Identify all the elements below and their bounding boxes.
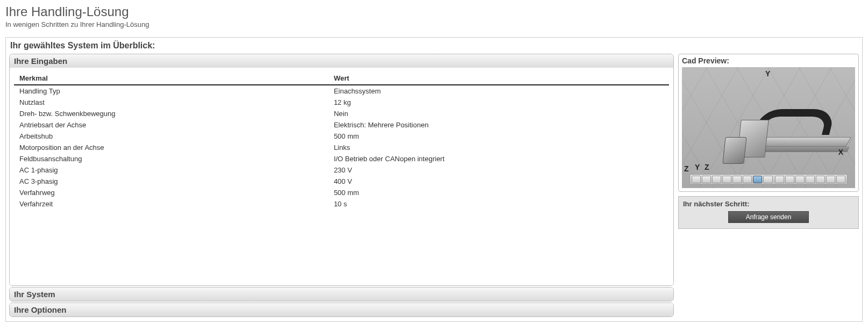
table-row: AC 3-phasig400 V <box>14 176 669 187</box>
table-cell-value: I/O Betrieb oder CANopen integriert <box>329 153 669 164</box>
table-cell-value: Nein <box>329 108 669 119</box>
cad-tool-button[interactable] <box>826 176 835 183</box>
cad-tool-button[interactable] <box>743 176 752 183</box>
axis-x-right: X <box>838 148 843 156</box>
cad-tool-button-selected[interactable] <box>753 176 762 183</box>
cad-tool-button[interactable] <box>732 176 742 183</box>
cad-tool-button[interactable] <box>806 176 815 183</box>
cad-motor <box>722 137 746 164</box>
table-cell-key: Handling Typ <box>14 85 329 97</box>
table-cell-value: 500 mm <box>329 187 669 198</box>
accordion-inputs: Ihre Eingaben Merkmal Wert Handling TypE… <box>9 54 674 286</box>
inputs-table: Merkmal Wert Handling TypEinachssystemNu… <box>14 72 669 210</box>
inputs-col-value: Wert <box>329 72 669 85</box>
table-cell-value: 12 kg <box>329 97 669 108</box>
table-row: Antriebsart der AchseElektrisch: Mehrere… <box>14 119 669 131</box>
table-cell-key: AC 1-phasig <box>14 164 329 176</box>
table-row: Verfahrweg500 mm <box>14 187 669 198</box>
accordion-inputs-body: Merkmal Wert Handling TypEinachssystemNu… <box>10 68 673 285</box>
table-cell-value: 230 V <box>329 164 669 176</box>
next-step-title: Ihr nächster Schritt: <box>683 200 854 208</box>
table-row: Handling TypEinachssystem <box>14 85 669 97</box>
cad-preview-panel: Cad Preview: Y X Y Z Z <box>678 54 859 192</box>
cad-preview-viewport[interactable]: Y X Y Z Z <box>682 67 855 188</box>
table-cell-value: Elektrisch: Mehrere Positionen <box>329 119 669 131</box>
overview-heading: Ihr gewähltes System im Überblick: <box>9 41 859 51</box>
cad-tool-button[interactable] <box>795 176 805 183</box>
inputs-col-key: Merkmal <box>14 72 329 85</box>
table-cell-value: 500 mm <box>329 131 669 142</box>
cad-preview-title: Cad Preview: <box>682 56 855 65</box>
table-row: Nutzlast12 kg <box>14 97 669 108</box>
page-subtitle: In wenigen Schritten zu Ihrer Handling-L… <box>5 20 863 28</box>
table-cell-value: 400 V <box>329 176 669 187</box>
cad-tool-button[interactable] <box>836 176 845 183</box>
table-cell-key: Verfahrzeit <box>14 198 329 210</box>
table-row: Verfahrzeit10 s <box>14 198 669 210</box>
page-title: Ihre Handling-Lösung <box>5 4 863 19</box>
cad-model <box>714 99 838 164</box>
accordion-options: Ihre Optionen <box>9 303 674 317</box>
cad-toolbar <box>689 174 848 185</box>
table-cell-key: Feldbusanschaltung <box>14 153 329 164</box>
table-row: Arbeitshub500 mm <box>14 131 669 142</box>
table-cell-key: Verfahrweg <box>14 187 329 198</box>
table-row: Motorposition an der AchseLinks <box>14 142 669 153</box>
axis-y-left: Y <box>695 163 700 171</box>
accordion-options-header[interactable]: Ihre Optionen <box>10 303 673 316</box>
table-cell-key: AC 3-phasig <box>14 176 329 187</box>
table-cell-key: Motorposition an der Achse <box>14 142 329 153</box>
cad-tool-button[interactable] <box>763 176 772 183</box>
axis-y-top: Y <box>765 69 770 78</box>
accordion-system: Ihr System <box>9 287 674 301</box>
table-cell-value: 10 s <box>329 198 669 210</box>
accordion-inputs-header[interactable]: Ihre Eingaben <box>10 54 673 68</box>
cad-tool-button[interactable] <box>702 176 711 183</box>
table-cell-key: Arbeitshub <box>14 131 329 142</box>
cad-tool-button[interactable] <box>816 176 825 183</box>
table-row: Dreh- bzw. SchwenkbewegungNein <box>14 108 669 119</box>
table-cell-key: Dreh- bzw. Schwenkbewegung <box>14 108 329 119</box>
send-request-button[interactable]: Anfrage senden <box>728 211 809 223</box>
cad-tool-button[interactable] <box>712 176 721 183</box>
axis-z-left: Z <box>705 163 709 171</box>
cad-tool-button[interactable] <box>692 176 701 183</box>
cad-tool-button[interactable] <box>722 176 731 183</box>
next-step-panel: Ihr nächster Schritt: Anfrage senden <box>678 196 859 229</box>
axis-z-bottomleft: Z <box>684 164 689 173</box>
cad-tool-button[interactable] <box>775 176 784 183</box>
table-cell-value: Einachssystem <box>329 85 669 97</box>
cad-tool-button[interactable] <box>785 176 794 183</box>
accordion-system-header[interactable]: Ihr System <box>10 287 673 301</box>
table-cell-key: Antriebsart der Achse <box>14 119 329 131</box>
table-row: AC 1-phasig230 V <box>14 164 669 176</box>
table-row: FeldbusanschaltungI/O Betrieb oder CANop… <box>14 153 669 164</box>
main-frame: Ihr gewähltes System im Überblick: Ihre … <box>5 37 863 322</box>
table-cell-key: Nutzlast <box>14 97 329 108</box>
table-cell-value: Links <box>329 142 669 153</box>
